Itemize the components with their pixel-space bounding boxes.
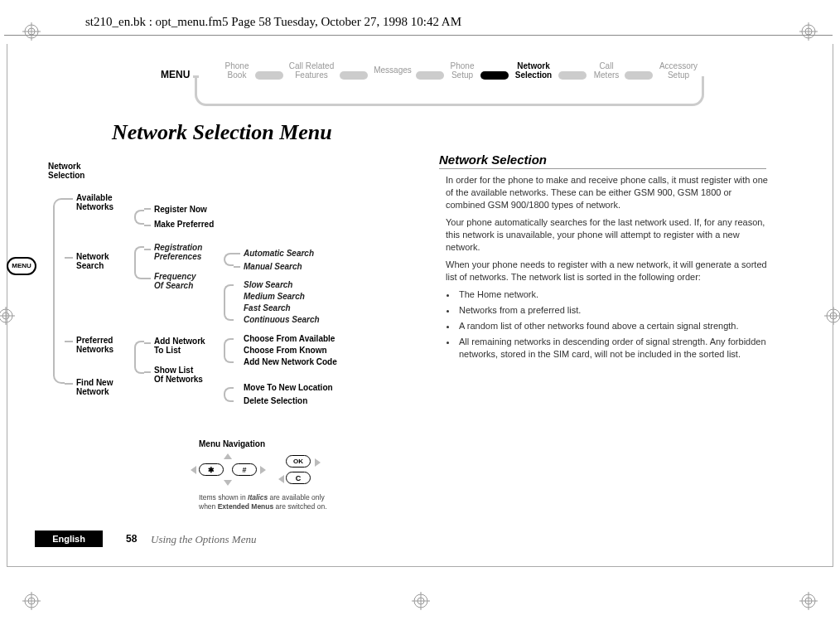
body-text: Network Selection In order for the phone… (439, 153, 770, 364)
menu-navigation-legend: Menu Navigation ✱ # OK C Items shown in … (199, 439, 381, 511)
tree-l3-fast: Fast Search (244, 303, 291, 312)
tree-l1-findnew: Find NewNetwork (76, 378, 113, 396)
tree-l1-preferred: PreferredNetworks (76, 336, 113, 354)
menu-pill-icon (255, 71, 283, 80)
ok-key-icon: OK (286, 455, 311, 468)
reg-mark-icon (799, 22, 818, 41)
menu-pill-icon (416, 71, 444, 80)
navbox-title: Menu Navigation (199, 439, 381, 448)
tree-l2-makepref: Make Preferred (154, 220, 214, 229)
menu-item-phonesetup: PhoneSetup (447, 61, 477, 80)
tree-l3-moveloc: Move To New Location (244, 383, 333, 392)
chapter-title: Using the Options Menu (151, 533, 256, 546)
c-key-icon: C (286, 472, 311, 484)
navbox-note: Items shown in Italics are available onl… (199, 493, 381, 511)
crop-line (7, 566, 833, 567)
reg-mark-icon (0, 307, 15, 325)
tree-l3-chooseavail: Choose From Available (244, 334, 335, 343)
reg-mark-icon (412, 592, 430, 610)
language-badge: English (35, 531, 103, 547)
bullet-item: Networks from a preferred list. (457, 304, 770, 317)
body-paragraph: Your phone automatically searches for th… (446, 216, 770, 254)
bracket-icon (134, 341, 144, 374)
menu-pill-icon (340, 71, 368, 80)
page-number: 58 (126, 533, 137, 545)
menu-item-networkselection: NetworkSelection (512, 61, 555, 80)
bracket-icon (134, 246, 144, 279)
tree-l1-search: NetworkSearch (76, 252, 109, 270)
bullet-item: All remaining networks in descending ord… (457, 336, 770, 361)
tree-l2-register: Register Now (154, 205, 207, 214)
crop-line (7, 44, 7, 566)
hash-key-icon: # (232, 463, 257, 476)
tree-l2-freq: FrequencyOf Search (154, 272, 196, 290)
section-heading: Network Selection (439, 153, 766, 169)
bracket-icon (224, 338, 234, 363)
arrow-right-icon (315, 458, 321, 467)
tree-l2-showlist: Show ListOf Networks (154, 366, 203, 384)
arrow-up-icon (224, 453, 232, 459)
bullet-item: A random list of other networks found ab… (457, 320, 770, 332)
bullet-item: The Home network. (457, 288, 770, 301)
menu-item-callmeters: CallMeters (590, 61, 623, 80)
menu-item-callfeatures: Call RelatedFeatures (286, 61, 337, 80)
bracket-icon (224, 284, 234, 321)
crop-line (833, 44, 833, 566)
body-paragraph: In order for the phone to make and recei… (446, 174, 770, 211)
menu-label: MENU (157, 69, 193, 80)
tree-l3-slow: Slow Search (244, 280, 292, 289)
top-menu-breadcrumb: MENU PhoneBook Call RelatedFeatures Mess… (157, 65, 704, 106)
reg-mark-icon (22, 592, 41, 610)
tree-l1-available: AvailableNetworks (76, 193, 113, 211)
tree-l3-continuous: Continuous Search (244, 315, 320, 324)
menu-item-messages: Messages (371, 65, 414, 75)
bullet-list: The Home network. Networks from a prefer… (457, 288, 770, 361)
star-key-icon: ✱ (199, 463, 224, 476)
bracket-icon (224, 253, 234, 266)
page-title: Network Selection Menu (112, 120, 332, 145)
tree-l2-addnet: Add NetworkTo List (154, 337, 205, 355)
arrow-left-icon (191, 466, 196, 474)
menu-item-accessorysetup: AccessorySetup (656, 61, 701, 80)
tree-l3-addcode: Add New Network Code (244, 357, 337, 366)
tree-l3-autosearch: Automatic Search (244, 249, 314, 258)
tree-root: NetworkSelection (48, 162, 84, 180)
bracket-icon (224, 387, 234, 402)
menu-pill-icon (625, 71, 653, 80)
arrow-left-icon (278, 475, 284, 483)
menu-pill-icon (558, 71, 587, 80)
arrow-down-icon (224, 480, 232, 486)
bracket-icon (134, 210, 144, 225)
page-footer: English 58 Using the Options Menu (35, 531, 764, 547)
menu-pill-icon (480, 71, 509, 80)
reg-mark-icon (22, 22, 41, 41)
header-file-path: st210_en.bk : opt_menu.fm5 Page 58 Tuesd… (85, 15, 461, 29)
tree-l2-regpref: RegistrationPreferences (154, 243, 202, 261)
bracket-icon (53, 198, 65, 384)
reg-mark-icon (799, 592, 818, 610)
body-paragraph: When your phone needs to register with a… (446, 259, 770, 283)
tree-l3-chooseknown: Choose From Known (244, 346, 327, 355)
menu-item-phonebook: PhoneBook (222, 61, 252, 80)
arrow-right-icon (260, 466, 266, 474)
tree-l3-delete: Delete Selection (244, 396, 307, 405)
header-rule (4, 35, 833, 36)
menu-button-icon: MENU (7, 257, 36, 275)
tree-l3-manualsearch: Manual Search (244, 262, 302, 271)
tree-l3-medium: Medium Search (244, 292, 305, 301)
